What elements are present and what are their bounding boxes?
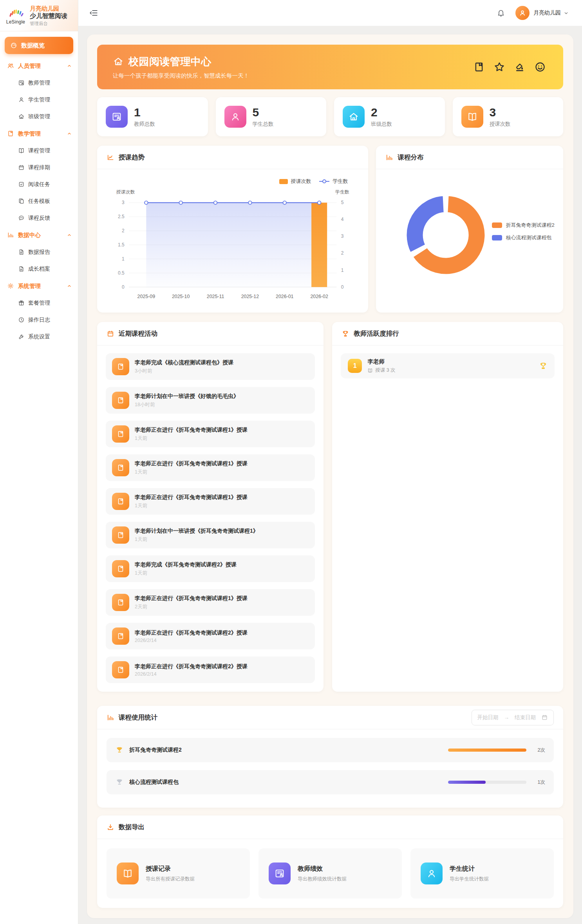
export-desc: 导出所有授课记录数据 — [146, 876, 195, 882]
book-bookmark-icon — [112, 493, 129, 510]
legend-item: 折耳兔奇奇测试课程2 — [492, 222, 554, 229]
card-title: 课程分布 — [398, 153, 554, 162]
banner-title-row: 校园阅读管理中心 — [113, 55, 473, 69]
trend-legend: 授课次数 学生数 — [106, 175, 360, 185]
user-menu[interactable]: 月亮幼儿园 — [515, 6, 569, 20]
charts-row: 授课趋势 授课次数 学生数 — [97, 146, 563, 313]
sidebar-item-packages[interactable]: 套餐管理 — [0, 295, 78, 311]
activity-item: 李老师正在进行《折耳兔奇奇测试课程1》授课 1天前 — [106, 488, 315, 515]
gear-icon — [7, 282, 14, 289]
sidebar-item-label: 成长档案 — [28, 266, 50, 273]
activity-time: 2026/2/14 — [135, 638, 248, 643]
svg-text:2026-02: 2026-02 — [310, 294, 328, 300]
sidebar-section-label: 教学管理 — [18, 130, 63, 137]
export-title: 学生统计 — [450, 865, 489, 873]
sidebar-item-task-templates[interactable]: 任务模板 — [0, 193, 78, 210]
ranking-list: 1 李老师 授课 3 次 — [332, 345, 563, 386]
sidebar-item-growth-archive[interactable]: 成长档案 — [0, 260, 78, 277]
svg-text:0: 0 — [122, 284, 125, 290]
svg-text:2: 2 — [122, 228, 125, 233]
activity-item: 李老师完成《折耳兔奇奇测试课程2》授课 1天前 — [106, 555, 315, 582]
check-square-icon — [18, 181, 25, 188]
svg-text:3: 3 — [122, 200, 125, 205]
activity-time: 18小时前 — [135, 401, 239, 408]
usage-row: 核心流程测试课程包 1次 — [107, 770, 554, 794]
sidebar-item-settings[interactable]: 系统设置 — [0, 328, 78, 345]
legend-label: 授课次数 — [291, 178, 311, 185]
legend-item-bar: 授课次数 — [279, 178, 311, 185]
book-bookmark-icon — [112, 560, 129, 577]
app-root: LeSingle 月亮幼儿园 少儿智慧阅读 管理后台 数据概览 人员管理 教师管… — [0, 0, 582, 924]
banner-subtitle: 让每一个孩子都能享受阅读的快乐，智慧成长每一天！ — [113, 72, 473, 80]
sidebar-item-teachers[interactable]: 教师管理 — [0, 74, 78, 91]
activity-item: 李老师正在进行《折耳兔奇奇测试课程1》授课 1天前 — [106, 454, 315, 481]
home-icon — [343, 106, 365, 128]
welcome-banner: 校园阅读管理中心 让每一个孩子都能享受阅读的快乐，智慧成长每一天！ — [97, 45, 563, 89]
activity-item: 李老师正在进行《折耳兔奇奇测试课程1》授课 2天前 — [106, 589, 315, 616]
data-export-card: 数据导出 授课记录 导出所有授课记录数据 — [97, 816, 563, 908]
legend-item-line: 学生数 — [319, 178, 348, 185]
line-chart-icon — [107, 154, 114, 161]
logo-rainbow-icon — [8, 7, 23, 18]
book-bookmark-icon — [7, 130, 14, 137]
sidebar-item-courses[interactable]: 课程管理 — [0, 142, 78, 159]
export-student-statistics[interactable]: 学生统计 导出学生统计数据 — [410, 848, 554, 899]
stat-label: 教师总数 — [134, 121, 155, 128]
progress-track — [448, 749, 526, 752]
sidebar-item-schedule[interactable]: 课程排期 — [0, 159, 78, 176]
activity-text: 李老师正在进行《折耳兔奇奇测试课程1》授课 — [135, 494, 248, 501]
activity-list: 李老师完成《核心流程测试课程包》授课 3小时前 李老师计划在中一班讲授《好饿的毛… — [97, 345, 324, 692]
sidebar-item-label: 套餐管理 — [28, 300, 50, 307]
smile-icon — [534, 61, 546, 73]
main-content: 校园阅读管理中心 让每一个孩子都能享受阅读的快乐，智慧成长每一天！ — [78, 26, 582, 924]
sidebar-item-classes[interactable]: 班级管理 — [0, 108, 78, 125]
activity-time: 2天前 — [135, 604, 248, 610]
chevron-up-icon — [67, 131, 72, 136]
comment-icon — [18, 215, 25, 221]
date-range-picker[interactable]: 开始日期 → 结束日期 — [472, 710, 554, 725]
menu-fold-icon[interactable] — [89, 8, 99, 18]
export-options: 授课记录 导出所有授课记录数据 教师绩效 导出教师绩效统计数据 — [97, 839, 563, 908]
sidebar-item-dashboard[interactable]: 数据概览 — [5, 37, 73, 54]
top-bar: 月亮幼儿园 — [78, 0, 582, 26]
document-chart-icon — [18, 266, 25, 272]
export-teaching-records[interactable]: 授课记录 导出所有授课记录数据 — [107, 848, 250, 899]
lesingle-logo: LeSingle — [5, 7, 26, 25]
recent-activities-card: 近期课程活动 李老师完成《核心流程测试课程包》授课 3小时前 李老师计划在中一班… — [97, 322, 324, 692]
export-title: 授课记录 — [146, 865, 195, 873]
sidebar-item-reading-tasks[interactable]: 阅读任务 — [0, 176, 78, 193]
sidebar-section-system[interactable]: 系统管理 — [0, 277, 78, 295]
stat-card-students: 5 学生总数 — [216, 97, 327, 136]
rank-badge: 1 — [348, 359, 362, 373]
usage-count: 1次 — [532, 779, 545, 786]
sidebar-section-label: 人员管理 — [18, 62, 63, 70]
chevron-up-icon — [67, 284, 72, 288]
bell-icon[interactable] — [497, 9, 505, 17]
sidebar-item-data-reports[interactable]: 数据报告 — [0, 244, 78, 260]
usage-rows: 折耳兔奇奇测试课程2 2次 核心流程测试课程包 — [97, 729, 563, 808]
svg-text:2025-12: 2025-12 — [241, 294, 259, 300]
sidebar-section-people[interactable]: 人员管理 — [0, 57, 78, 74]
open-book-icon — [117, 863, 139, 884]
legend-swatch — [492, 222, 502, 228]
stat-label: 授课次数 — [490, 121, 511, 128]
stat-card-classes: 2 班级总数 — [334, 97, 445, 136]
sidebar-section-data-center[interactable]: 数据中心 — [0, 226, 78, 244]
stat-value: 5 — [253, 106, 274, 119]
book-bookmark-icon — [112, 627, 129, 645]
sidebar: LeSingle 月亮幼儿园 少儿智慧阅读 管理后台 数据概览 人员管理 教师管… — [0, 0, 78, 924]
stat-label: 班级总数 — [371, 121, 392, 128]
svg-text:2.5: 2.5 — [118, 214, 125, 219]
legend-swatch — [279, 179, 288, 184]
arrow-right-icon: → — [504, 714, 510, 720]
sidebar-section-label: 数据中心 — [18, 231, 63, 239]
sidebar-item-label: 系统设置 — [28, 333, 50, 340]
sidebar-item-students[interactable]: 学生管理 — [0, 91, 78, 108]
card-title: 近期课程活动 — [119, 329, 314, 338]
stat-value: 1 — [134, 106, 155, 119]
export-teacher-performance[interactable]: 教师绩效 导出教师绩效统计数据 — [258, 848, 402, 899]
legend-item: 核心流程测试课程包 — [492, 234, 554, 241]
sidebar-item-operation-logs[interactable]: 操作日志 — [0, 311, 78, 328]
sidebar-section-teaching[interactable]: 教学管理 — [0, 125, 78, 142]
sidebar-item-feedback[interactable]: 课程反馈 — [0, 210, 78, 226]
